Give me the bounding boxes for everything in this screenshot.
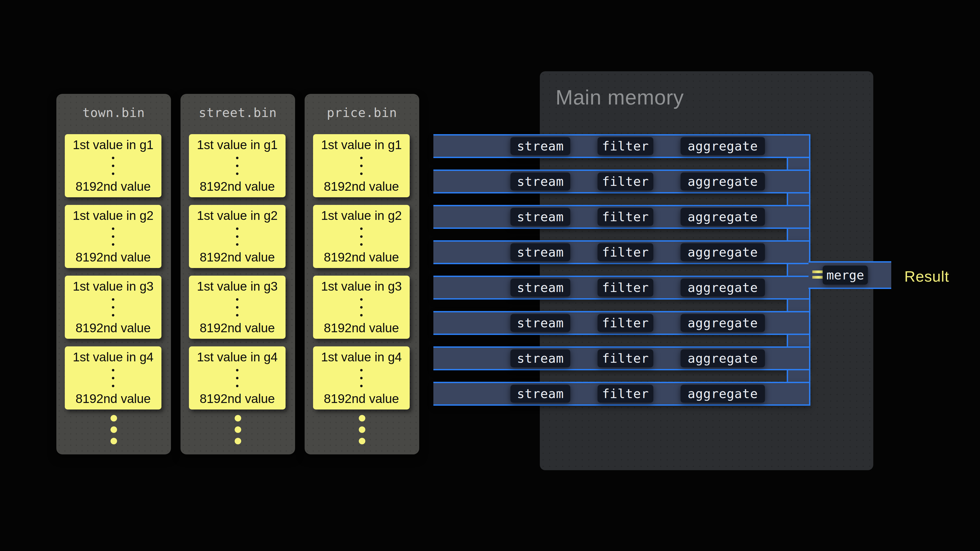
group-last-value: 8192nd value [200, 321, 275, 335]
group-last-value: 8192nd value [200, 392, 275, 406]
stage-stream-box: stream [511, 243, 570, 261]
group-last-value: 8192nd value [75, 392, 151, 406]
stage-aggregate-box: aggregate [681, 243, 765, 261]
ellipsis-icon [112, 298, 115, 316]
more-groups-ellipsis-icon [359, 415, 365, 445]
pipeline-gap [433, 194, 810, 205]
group-last-value: 8192nd value [200, 250, 275, 264]
diagram-canvas: Main memory streamfilteraggregate stream… [0, 0, 980, 551]
pipeline-lane: streamfilteraggregate [433, 205, 810, 229]
stage-stream-box: stream [511, 208, 570, 226]
pipeline-comb: streamfilteraggregate streamfilteraggreg… [433, 134, 810, 406]
group-last-value: 8192nd value [75, 250, 151, 264]
main-memory-title: Main memory [540, 71, 873, 109]
pipeline-spine [787, 158, 810, 170]
file-panel: street.bin 1st value in g1 8192nd value … [180, 94, 295, 454]
pipeline-spine [787, 300, 810, 311]
value-group-card: 1st value in g1 8192nd value [65, 134, 161, 197]
value-group-card: 1st value in g1 8192nd value [189, 134, 286, 197]
stage-filter-box: filter [598, 173, 653, 191]
group-first-value: 1st value in g4 [73, 350, 154, 364]
file-title: price.bin [305, 94, 419, 120]
group-last-value: 8192nd value [324, 321, 399, 335]
ellipsis-icon [236, 369, 239, 387]
file-title: town.bin [56, 94, 171, 120]
group-first-value: 1st value in g1 [197, 138, 278, 152]
group-first-value: 1st value in g2 [321, 209, 402, 222]
value-group-card: 1st value in g4 8192nd value [189, 346, 286, 410]
stage-stream-box: stream [511, 385, 570, 403]
group-first-value: 1st value in g4 [197, 350, 278, 364]
group-first-value: 1st value in g2 [73, 209, 154, 222]
ellipsis-icon [360, 298, 363, 316]
merge-band: merge [808, 261, 891, 289]
stage-stream-box: stream [511, 349, 570, 367]
stage-aggregate-box: aggregate [681, 385, 765, 403]
group-last-value: 8192nd value [75, 179, 151, 194]
pipeline-gap [433, 229, 810, 240]
file-panel: price.bin 1st value in g1 8192nd value 1… [305, 94, 419, 454]
pipeline-lane: streamfilteraggregate [433, 134, 810, 158]
pipeline-lane: streamfilteraggregate [433, 276, 810, 300]
pipeline-spine [787, 335, 810, 346]
value-group-card: 1st value in g3 8192nd value [65, 276, 161, 339]
value-group-card: 1st value in g2 8192nd value [189, 205, 286, 268]
more-groups-ellipsis-icon [235, 415, 241, 445]
group-first-value: 1st value in g3 [321, 279, 402, 293]
ellipsis-icon [112, 369, 115, 387]
stage-aggregate-box: aggregate [681, 349, 765, 367]
ellipsis-icon [360, 227, 363, 246]
value-groups: 1st value in g1 8192nd value 1st value i… [313, 134, 410, 417]
stage-aggregate-box: aggregate [681, 173, 765, 191]
stage-stream-box: stream [511, 173, 570, 191]
stage-merge-box: merge [822, 265, 868, 284]
value-group-card: 1st value in g2 8192nd value [313, 205, 410, 268]
group-first-value: 1st value in g3 [197, 279, 278, 293]
stage-stream-box: stream [511, 314, 570, 332]
file-title: street.bin [180, 94, 295, 120]
pipeline-gap [433, 335, 810, 346]
group-last-value: 8192nd value [75, 321, 151, 335]
file-panel: town.bin 1st value in g1 8192nd value 1s… [56, 94, 171, 454]
pipeline-gap [433, 300, 810, 311]
pipeline-lane: streamfilteraggregate [433, 170, 810, 194]
stage-filter-box: filter [598, 208, 653, 226]
ellipsis-icon [360, 369, 363, 387]
group-first-value: 1st value in g2 [197, 209, 278, 222]
value-group-card: 1st value in g4 8192nd value [65, 346, 161, 410]
ellipsis-icon [236, 157, 239, 175]
pipeline-spine [787, 194, 810, 205]
more-groups-ellipsis-icon [111, 415, 117, 445]
pipeline-lane: streamfilteraggregate [433, 382, 810, 406]
value-groups: 1st value in g1 8192nd value 1st value i… [189, 134, 286, 417]
value-group-card: 1st value in g3 8192nd value [189, 276, 286, 339]
stage-aggregate-box: aggregate [681, 137, 765, 155]
ellipsis-icon [236, 298, 239, 316]
data-flow-equals-icon [812, 270, 822, 279]
pipeline-lane: streamfilteraggregate [433, 240, 810, 264]
pipeline-spine [787, 264, 810, 276]
pipeline-gap [433, 370, 810, 382]
group-first-value: 1st value in g3 [73, 279, 154, 293]
value-group-card: 1st value in g4 8192nd value [313, 346, 410, 410]
value-group-card: 1st value in g2 8192nd value [65, 205, 161, 268]
pipeline-gap [433, 264, 810, 276]
stage-filter-box: filter [598, 314, 653, 332]
pipeline-spine [787, 229, 810, 240]
ellipsis-icon [360, 157, 363, 175]
group-first-value: 1st value in g1 [73, 138, 154, 152]
stage-stream-box: stream [511, 137, 570, 155]
stage-filter-box: filter [598, 279, 653, 297]
ellipsis-icon [112, 227, 115, 246]
value-group-card: 1st value in g3 8192nd value [313, 276, 410, 339]
value-group-card: 1st value in g1 8192nd value [313, 134, 410, 197]
group-first-value: 1st value in g1 [321, 138, 402, 152]
stage-aggregate-box: aggregate [681, 208, 765, 226]
ellipsis-icon [112, 157, 115, 175]
stage-aggregate-box: aggregate [681, 314, 765, 332]
result-label: Result [904, 267, 949, 285]
pipeline-lane: streamfilteraggregate [433, 346, 810, 370]
stage-stream-box: stream [511, 279, 570, 297]
group-last-value: 8192nd value [324, 250, 399, 264]
stage-filter-box: filter [598, 349, 653, 367]
